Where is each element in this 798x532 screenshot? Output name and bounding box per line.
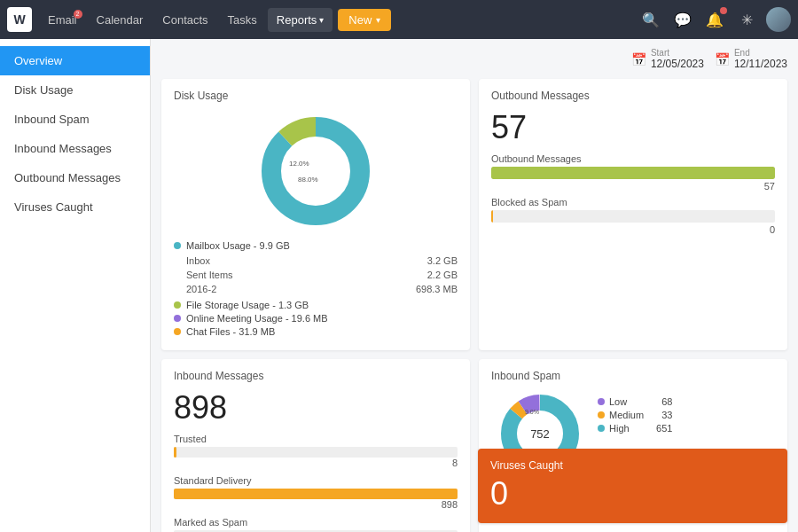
sidebar-item-outbound-messages[interactable]: Outbound Messages bbox=[0, 163, 150, 192]
search-icon[interactable]: 🔍 bbox=[638, 7, 663, 32]
sidebar-item-disk-usage[interactable]: Disk Usage bbox=[0, 75, 150, 105]
nav-email[interactable]: Email 2 bbox=[39, 8, 86, 32]
svg-text:88.0%: 88.0% bbox=[298, 176, 318, 184]
inbound-big-number: 898 bbox=[174, 389, 458, 426]
chat-dot bbox=[174, 328, 181, 335]
medium-dot bbox=[598, 411, 605, 419]
calendar-end-icon: 📅 bbox=[715, 52, 730, 66]
message-icon[interactable]: 💬 bbox=[670, 7, 695, 32]
file-dot bbox=[174, 301, 181, 309]
outbound-messages-panel: Outbound Messages 57 Outbound Messages 5… bbox=[479, 79, 787, 350]
svg-point-2 bbox=[284, 139, 348, 203]
sidebar-item-overview[interactable]: Overview bbox=[0, 46, 150, 75]
mailbox-dot bbox=[174, 242, 181, 249]
svg-text:12.0%: 12.0% bbox=[289, 160, 309, 168]
end-date-field[interactable]: 📅 End 12/11/2023 bbox=[715, 48, 787, 70]
nav-reports[interactable]: Reports ▾ bbox=[268, 8, 333, 32]
top-navigation: W Email 2 Calendar Contacts Tasks Report… bbox=[0, 0, 798, 39]
outbound-bar-track-1 bbox=[491, 167, 775, 179]
svg-text:752: 752 bbox=[530, 427, 550, 441]
viruses-count: 0 bbox=[490, 475, 775, 512]
start-date-field[interactable]: 📅 Start 12/05/2023 bbox=[631, 48, 704, 70]
spam-low: Low 68 bbox=[598, 396, 672, 407]
outbound-bar-fill-1 bbox=[491, 167, 775, 179]
sidebar: Overview Disk Usage Inbound Spam Inbound… bbox=[0, 39, 151, 532]
new-button-label: New bbox=[348, 13, 372, 27]
disk-inbox-row: Inbox3.2 GB bbox=[174, 254, 458, 268]
outbound-bar-label-1: Outbound Messages bbox=[491, 153, 775, 164]
chat-label: Chat Files - 31.9 MB bbox=[186, 326, 275, 337]
app-logo[interactable]: W bbox=[7, 7, 32, 32]
nav-contacts[interactable]: Contacts bbox=[153, 8, 216, 32]
topnav-right: 🔍 💬 🔔 ✳ bbox=[638, 7, 791, 32]
outbound-bar-row-1: Outbound Messages 57 bbox=[491, 153, 775, 192]
spam-medium: Medium 33 bbox=[598, 410, 672, 420]
outbound-bar-count-2: 0 bbox=[491, 224, 775, 235]
disk-donut-chart: 12.0% 88.0% bbox=[245, 109, 387, 233]
sidebar-item-inbound-messages[interactable]: Inbound Messages bbox=[0, 134, 150, 163]
spam-title: Inbound Spam bbox=[491, 370, 775, 382]
spam-legend: Low 68 Medium 33 bbox=[598, 389, 672, 436]
date-range: 📅 Start 12/05/2023 📅 End 12/11/2023 bbox=[161, 48, 787, 70]
logo-text: W bbox=[13, 12, 25, 27]
disk-legend: Mailbox Usage - 9.9 GB Inbox3.2 GB Sent … bbox=[174, 240, 458, 337]
nav-calendar[interactable]: Calendar bbox=[88, 8, 153, 32]
viruses-caught-panel: Viruses Caught 0 bbox=[478, 449, 787, 523]
chevron-down-icon: ▾ bbox=[319, 15, 324, 25]
nav-tasks[interactable]: Tasks bbox=[219, 8, 266, 32]
nav-items: Email 2 Calendar Contacts Tasks Reports … bbox=[39, 8, 638, 32]
email-badge: 2 bbox=[74, 10, 82, 19]
disk-usage-title: Disk Usage bbox=[174, 90, 458, 102]
spam-high: High 651 bbox=[598, 423, 672, 434]
mailbox-label: Mailbox Usage - 9.9 GB bbox=[186, 240, 290, 251]
file-label: File Storage Usage - 1.3 GB bbox=[186, 300, 309, 310]
disk-legend-meeting: Online Meeting Usage - 19.6 MB bbox=[174, 313, 458, 324]
sidebar-item-inbound-spam[interactable]: Inbound Spam bbox=[0, 105, 150, 134]
main-content: 📅 Start 12/05/2023 📅 End 12/11/2023 Disk… bbox=[151, 39, 798, 532]
asterisk-icon[interactable]: ✳ bbox=[734, 7, 759, 32]
calendar-start-icon: 📅 bbox=[631, 52, 646, 66]
disk-usage-panel: Disk Usage 12.0% 88.0% bbox=[161, 79, 470, 350]
outbound-bar-track-2 bbox=[491, 210, 775, 223]
disk-sent-row: Sent Items2.2 GB bbox=[174, 268, 458, 282]
inbound-trusted-bar: Trusted 8 bbox=[174, 434, 458, 468]
svg-text:9.0%: 9.0% bbox=[525, 409, 539, 415]
inbound-title: Inbound Messages bbox=[174, 370, 458, 382]
inbound-messages-panel: Inbound Messages 898 Trusted 8 Standard … bbox=[161, 359, 470, 532]
meeting-label: Online Meeting Usage - 19.6 MB bbox=[186, 313, 328, 324]
chevron-down-icon-new: ▾ bbox=[376, 15, 380, 25]
inbound-standard-bar: Standard Delivery 898 bbox=[174, 475, 458, 510]
disk-legend-chat: Chat Files - 31.9 MB bbox=[174, 326, 458, 337]
disk-2016-row: 2016-2698.3 MB bbox=[174, 282, 458, 296]
meeting-dot bbox=[174, 315, 181, 322]
disk-legend-file: File Storage Usage - 1.3 GB bbox=[174, 300, 458, 310]
outbound-bar-count-1: 57 bbox=[491, 181, 775, 192]
new-button[interactable]: New ▾ bbox=[338, 9, 391, 31]
outbound-title: Outbound Messages bbox=[491, 90, 775, 102]
disk-legend-mailbox: Mailbox Usage - 9.9 GB bbox=[174, 240, 458, 251]
outbound-bar-fill-2 bbox=[491, 210, 493, 223]
sidebar-item-viruses-caught[interactable]: Viruses Caught bbox=[0, 192, 150, 222]
main-layout: Overview Disk Usage Inbound Spam Inbound… bbox=[0, 39, 798, 532]
inbound-bars: Trusted 8 Standard Delivery 898 bbox=[174, 434, 458, 532]
outbound-bar-row-2: Blocked as Spam 0 bbox=[491, 197, 775, 235]
inbound-spam-bar: Marked as Spam bbox=[174, 517, 458, 532]
viruses-title: Viruses Caught bbox=[490, 459, 775, 472]
outbound-big-number: 57 bbox=[491, 109, 775, 146]
user-avatar[interactable] bbox=[766, 7, 791, 32]
notification-badge bbox=[720, 7, 727, 14]
disk-donut-container: 12.0% 88.0% bbox=[174, 109, 458, 233]
high-dot bbox=[598, 425, 605, 432]
outbound-bar-label-2: Blocked as Spam bbox=[491, 197, 775, 207]
bell-icon[interactable]: 🔔 bbox=[702, 7, 727, 32]
low-dot bbox=[598, 398, 605, 405]
